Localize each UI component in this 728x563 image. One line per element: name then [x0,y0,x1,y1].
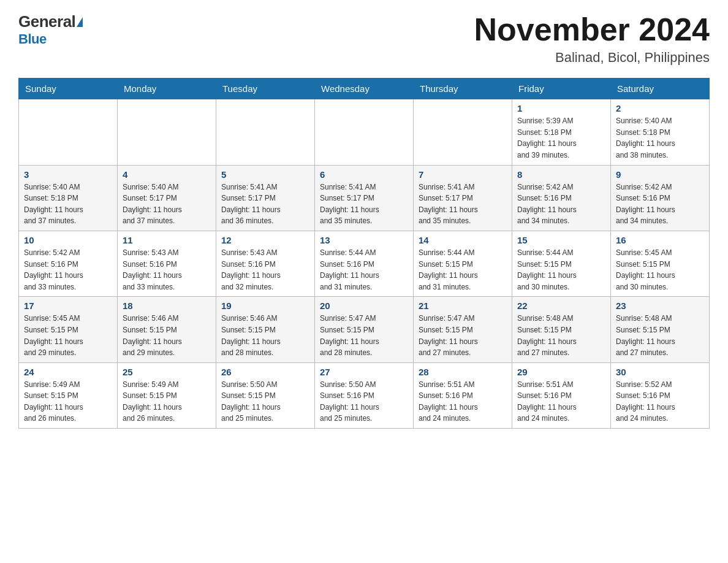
column-header-friday: Friday [512,79,611,99]
day-cell-11: 11Sunrise: 5:43 AM Sunset: 5:16 PM Dayli… [118,231,216,296]
day-number: 26 [221,367,309,377]
day-cell-19: 19Sunrise: 5:46 AM Sunset: 5:15 PM Dayli… [216,297,315,362]
day-number: 22 [517,301,605,311]
day-number: 18 [123,301,211,311]
calendar-week-row: 3Sunrise: 5:40 AM Sunset: 5:18 PM Daylig… [19,165,710,231]
day-cell-23: 23Sunrise: 5:48 AM Sunset: 5:15 PM Dayli… [611,297,710,362]
day-cell-28: 28Sunrise: 5:51 AM Sunset: 5:16 PM Dayli… [414,362,512,428]
day-info: Sunrise: 5:41 AM Sunset: 5:17 PM Dayligh… [221,182,309,227]
day-info: Sunrise: 5:48 AM Sunset: 5:15 PM Dayligh… [517,313,605,358]
day-info: Sunrise: 5:40 AM Sunset: 5:18 PM Dayligh… [616,115,704,161]
day-number: 21 [419,301,507,311]
column-header-monday: Monday [118,79,216,99]
day-number: 28 [419,367,507,377]
day-info: Sunrise: 5:47 AM Sunset: 5:15 PM Dayligh… [419,313,507,358]
day-number: 23 [616,301,704,311]
day-cell-15: 15Sunrise: 5:44 AM Sunset: 5:15 PM Dayli… [512,231,611,296]
day-cell-17: 17Sunrise: 5:45 AM Sunset: 5:15 PM Dayli… [19,297,118,362]
day-number: 17 [24,301,112,311]
day-cell-13: 13Sunrise: 5:44 AM Sunset: 5:16 PM Dayli… [315,231,414,296]
day-info: Sunrise: 5:43 AM Sunset: 5:16 PM Dayligh… [221,247,309,293]
logo-general-text: General [18,12,75,31]
day-cell-5: 5Sunrise: 5:41 AM Sunset: 5:17 PM Daylig… [216,165,315,231]
empty-day-cell [216,99,315,165]
day-number: 14 [419,235,507,245]
logo-blue-text: Blue [18,31,47,47]
day-cell-8: 8Sunrise: 5:42 AM Sunset: 5:16 PM Daylig… [512,165,611,231]
day-number: 3 [24,169,112,180]
logo: General Blue [18,12,83,47]
day-info: Sunrise: 5:42 AM Sunset: 5:16 PM Dayligh… [24,247,112,293]
day-info: Sunrise: 5:41 AM Sunset: 5:17 PM Dayligh… [320,182,408,227]
logo-triangle-icon [77,17,83,27]
day-cell-26: 26Sunrise: 5:50 AM Sunset: 5:15 PM Dayli… [216,362,315,428]
day-cell-7: 7Sunrise: 5:41 AM Sunset: 5:17 PM Daylig… [414,165,512,231]
month-title: November 2024 [474,12,710,47]
day-cell-18: 18Sunrise: 5:46 AM Sunset: 5:15 PM Dayli… [118,297,216,362]
day-cell-2: 2Sunrise: 5:40 AM Sunset: 5:18 PM Daylig… [611,99,710,165]
calendar-week-row: 17Sunrise: 5:45 AM Sunset: 5:15 PM Dayli… [19,297,710,362]
day-number: 2 [616,103,704,113]
day-cell-1: 1Sunrise: 5:39 AM Sunset: 5:18 PM Daylig… [512,99,611,165]
day-info: Sunrise: 5:42 AM Sunset: 5:16 PM Dayligh… [517,182,605,227]
empty-day-cell [315,99,414,165]
day-info: Sunrise: 5:42 AM Sunset: 5:16 PM Dayligh… [616,182,704,227]
day-info: Sunrise: 5:49 AM Sunset: 5:15 PM Dayligh… [24,379,112,424]
day-info: Sunrise: 5:50 AM Sunset: 5:15 PM Dayligh… [221,379,309,424]
empty-day-cell [414,99,512,165]
day-number: 30 [616,367,704,377]
column-header-saturday: Saturday [611,79,710,99]
day-cell-12: 12Sunrise: 5:43 AM Sunset: 5:16 PM Dayli… [216,231,315,296]
day-number: 27 [320,367,408,377]
day-info: Sunrise: 5:45 AM Sunset: 5:15 PM Dayligh… [24,313,112,358]
day-cell-3: 3Sunrise: 5:40 AM Sunset: 5:18 PM Daylig… [19,165,118,231]
day-info: Sunrise: 5:43 AM Sunset: 5:16 PM Dayligh… [123,247,211,293]
day-number: 11 [123,235,211,245]
header: General Blue November 2024 Balinad, Bico… [18,12,710,66]
day-number: 24 [24,367,112,377]
day-cell-9: 9Sunrise: 5:42 AM Sunset: 5:16 PM Daylig… [611,165,710,231]
day-info: Sunrise: 5:51 AM Sunset: 5:16 PM Dayligh… [419,379,507,424]
day-cell-30: 30Sunrise: 5:52 AM Sunset: 5:16 PM Dayli… [611,362,710,428]
location-title: Balinad, Bicol, Philippines [474,50,710,66]
day-info: Sunrise: 5:44 AM Sunset: 5:15 PM Dayligh… [419,247,507,293]
calendar: SundayMondayTuesdayWednesdayThursdayFrid… [18,78,710,429]
day-info: Sunrise: 5:46 AM Sunset: 5:15 PM Dayligh… [221,313,309,358]
day-cell-27: 27Sunrise: 5:50 AM Sunset: 5:16 PM Dayli… [315,362,414,428]
column-header-tuesday: Tuesday [216,79,315,99]
day-info: Sunrise: 5:48 AM Sunset: 5:15 PM Dayligh… [616,313,704,358]
column-header-wednesday: Wednesday [315,79,414,99]
day-cell-22: 22Sunrise: 5:48 AM Sunset: 5:15 PM Dayli… [512,297,611,362]
day-number: 15 [517,235,605,245]
calendar-week-row: 10Sunrise: 5:42 AM Sunset: 5:16 PM Dayli… [19,231,710,296]
day-cell-6: 6Sunrise: 5:41 AM Sunset: 5:17 PM Daylig… [315,165,414,231]
day-info: Sunrise: 5:50 AM Sunset: 5:16 PM Dayligh… [320,379,408,424]
day-cell-10: 10Sunrise: 5:42 AM Sunset: 5:16 PM Dayli… [19,231,118,296]
day-number: 25 [123,367,211,377]
day-info: Sunrise: 5:46 AM Sunset: 5:15 PM Dayligh… [123,313,211,358]
day-number: 12 [221,235,309,245]
column-header-thursday: Thursday [414,79,512,99]
day-info: Sunrise: 5:41 AM Sunset: 5:17 PM Dayligh… [419,182,507,227]
day-number: 1 [517,103,605,113]
day-number: 10 [24,235,112,245]
day-cell-29: 29Sunrise: 5:51 AM Sunset: 5:16 PM Dayli… [512,362,611,428]
day-info: Sunrise: 5:51 AM Sunset: 5:16 PM Dayligh… [517,379,605,424]
day-info: Sunrise: 5:45 AM Sunset: 5:15 PM Dayligh… [616,247,704,293]
day-number: 16 [616,235,704,245]
day-cell-25: 25Sunrise: 5:49 AM Sunset: 5:15 PM Dayli… [118,362,216,428]
day-number: 8 [517,169,605,180]
day-number: 7 [419,169,507,180]
day-info: Sunrise: 5:40 AM Sunset: 5:18 PM Dayligh… [24,182,112,227]
day-info: Sunrise: 5:39 AM Sunset: 5:18 PM Dayligh… [517,115,605,161]
day-cell-21: 21Sunrise: 5:47 AM Sunset: 5:15 PM Dayli… [414,297,512,362]
title-area: November 2024 Balinad, Bicol, Philippine… [474,12,710,66]
empty-day-cell [118,99,216,165]
calendar-header-row: SundayMondayTuesdayWednesdayThursdayFrid… [19,79,710,99]
day-info: Sunrise: 5:44 AM Sunset: 5:15 PM Dayligh… [517,247,605,293]
day-cell-16: 16Sunrise: 5:45 AM Sunset: 5:15 PM Dayli… [611,231,710,296]
day-number: 20 [320,301,408,311]
day-info: Sunrise: 5:52 AM Sunset: 5:16 PM Dayligh… [616,379,704,424]
day-info: Sunrise: 5:49 AM Sunset: 5:15 PM Dayligh… [123,379,211,424]
day-number: 6 [320,169,408,180]
